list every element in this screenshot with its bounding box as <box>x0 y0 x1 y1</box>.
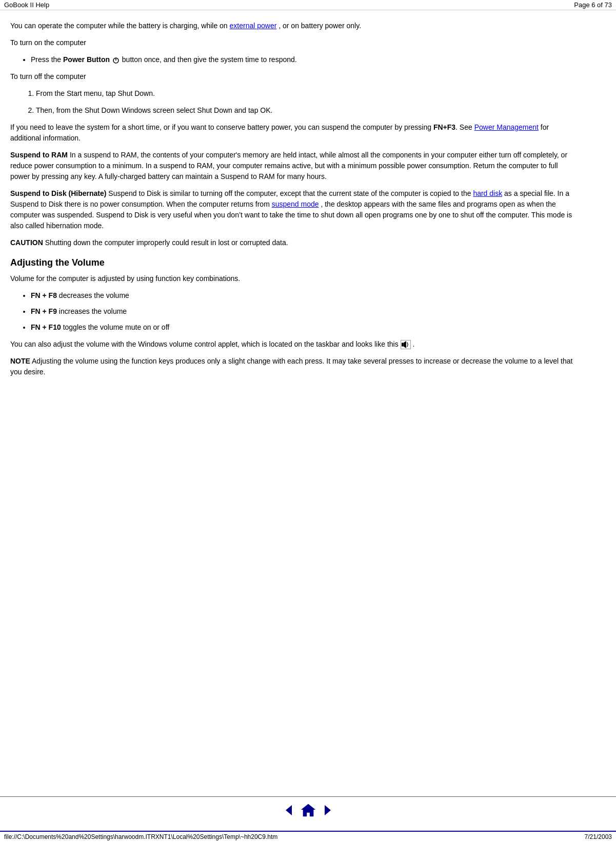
volume-para: Volume for the computer is adjusted by u… <box>10 273 574 284</box>
svg-rect-2 <box>402 343 404 347</box>
back-button[interactable] <box>282 803 296 817</box>
power-button-bullet: Press the Power Button button once, and … <box>31 54 574 65</box>
svg-marker-8 <box>325 805 331 815</box>
shutdown-step2: Then, from the Shut Down Windows screen … <box>36 105 574 116</box>
file-path: file://C:\Documents%20and%20Settings\har… <box>4 833 277 840</box>
volume-icon <box>401 340 411 349</box>
external-power-link[interactable]: external power <box>230 22 277 30</box>
svg-marker-6 <box>286 805 292 815</box>
page-info: Page 6 of 73 <box>574 1 612 9</box>
caution-para: CAUTION Shutting down the computer impro… <box>10 237 574 248</box>
svg-marker-7 <box>301 804 315 816</box>
turn-on-heading: To turn on the computer <box>10 37 574 48</box>
suspend-ram-para: Suspend to RAM In a suspend to RAM, the … <box>10 150 574 182</box>
suspend-para: If you need to leave the system for a sh… <box>10 122 574 144</box>
volume-applet-para: You can also adjust the volume with the … <box>10 339 574 350</box>
svg-marker-3 <box>403 341 406 348</box>
hard-disk-link[interactable]: hard disk <box>473 189 502 197</box>
forward-button[interactable] <box>321 803 335 817</box>
fn-f10-bullet: FN + F10 toggles the volume mute on or o… <box>31 322 574 333</box>
turn-off-heading: To turn off the computer <box>10 71 574 82</box>
power-button-icon <box>112 56 120 64</box>
navigation-icons <box>282 803 335 817</box>
note-para: NOTE Adjusting the volume using the func… <box>10 356 574 377</box>
fn-f9-bullet: FN + F9 increases the volume <box>31 306 574 317</box>
app-title: GoBook II Help <box>4 1 49 9</box>
shutdown-step1: From the Start menu, tap Shut Down. <box>36 88 574 99</box>
battery-para: You can operate the computer while the b… <box>10 21 574 31</box>
fn-f8-bullet: FN + F8 decreases the volume <box>31 290 574 301</box>
adjusting-volume-heading: Adjusting the Volume <box>10 257 574 268</box>
suspend-mode-link[interactable]: suspend mode <box>272 200 319 208</box>
home-button[interactable] <box>300 803 316 817</box>
power-management-link[interactable]: Power Management <box>474 123 539 131</box>
suspend-disk-para: Suspend to Disk (Hibernate) Suspend to D… <box>10 188 574 231</box>
date: 7/21/2003 <box>585 833 612 840</box>
